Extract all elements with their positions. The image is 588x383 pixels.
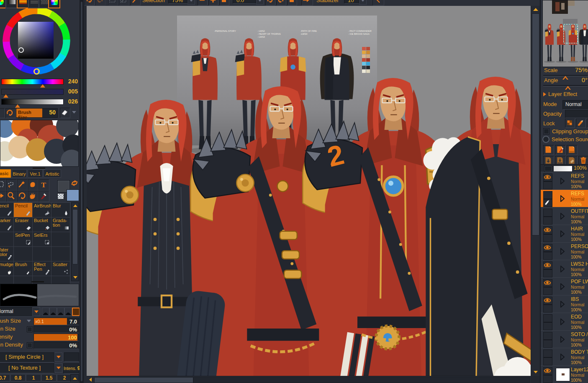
rotate-cw-button[interactable] — [276, 0, 286, 5]
brush-cell[interactable] — [51, 247, 70, 261]
size-preset-2[interactable]: 2 — [57, 374, 72, 381]
gray-gradient-button[interactable] — [5, 0, 18, 8]
layer-visibility-toggle[interactable] — [543, 261, 552, 269]
layer-extra-toggle[interactable] — [543, 199, 552, 207]
layer-row-layer12[interactable]: Layer12Normal100% — [541, 365, 588, 383]
brush-cell-blur[interactable]: Blur — [51, 203, 70, 217]
brush-cell-selpen[interactable]: SelPen — [14, 232, 33, 247]
zoom-tool[interactable] — [6, 191, 17, 202]
folder-expand-icon[interactable] — [560, 354, 565, 360]
saturation-slider-marker[interactable] — [3, 94, 8, 98]
tip-shape-1[interactable] — [49, 308, 57, 316]
new-linework-layer-button[interactable] — [555, 145, 566, 155]
selection-source-row[interactable]: Selection Source — [542, 136, 588, 143]
folder-expand-icon[interactable] — [560, 283, 565, 290]
hue-slider[interactable] — [1, 79, 64, 85]
layer-row-lws2h[interactable]: LWS2 HNormal100% — [541, 260, 588, 279]
brush-blend-mode-select[interactable]: Normal — [0, 307, 34, 317]
saturation-slider[interactable] — [1, 89, 64, 95]
eyedropper-tool[interactable] — [39, 191, 49, 202]
brush-cell[interactable] — [0, 232, 14, 247]
text-tool[interactable]: T — [39, 179, 49, 191]
layer-visibility-toggle[interactable] — [543, 279, 552, 287]
folder-expand-icon[interactable] — [560, 248, 565, 255]
layer-row-poflw[interactable]: POF LWNormal100% — [541, 277, 588, 296]
layer-extra-toggle[interactable] — [543, 252, 552, 260]
tip-shape-2[interactable] — [57, 308, 64, 316]
layer-visibility-toggle[interactable] — [543, 314, 552, 322]
selection-source-radio[interactable] — [542, 136, 549, 143]
select-all-button[interactable] — [108, 0, 118, 5]
tip-shape-selected[interactable] — [72, 308, 80, 316]
brush-grid-scrollbar[interactable] — [71, 202, 79, 281]
layer-extra-toggle[interactable] — [543, 375, 552, 383]
brush-cell[interactable] — [33, 247, 51, 261]
layer-row-bodyt[interactable]: BODY TNormal100% — [541, 348, 588, 367]
hand-tool[interactable] — [28, 191, 39, 202]
layer-visibility-toggle[interactable] — [543, 367, 552, 375]
layer-extra-toggle[interactable] — [543, 269, 552, 277]
layer-visibility-toggle[interactable] — [543, 226, 552, 234]
redo-button[interactable] — [95, 0, 105, 5]
brush-cell-scatter[interactable]: Scatter — [51, 261, 70, 276]
selection-wand-button[interactable] — [131, 0, 141, 5]
layer-row-outfit[interactable]: OUTFITNormal100% — [541, 207, 588, 226]
layer-visibility-toggle[interactable] — [543, 209, 552, 217]
canvas-zoom-field-dropdown[interactable] — [187, 0, 195, 5]
brush-size-button[interactable]: Brush Size — [16, 109, 42, 117]
brush-cell-selers[interactable]: SelErs — [33, 232, 51, 247]
brush-shape-select[interactable]: [ Simple Circle ] — [0, 352, 54, 362]
param-dropdown-icon[interactable] — [27, 320, 31, 322]
move-tool[interactable] — [0, 191, 6, 202]
rect-select-tool[interactable] — [0, 179, 6, 191]
folder-expand-icon[interactable] — [560, 336, 565, 343]
history-icon[interactable] — [0, 108, 5, 118]
folder-expand-icon[interactable] — [560, 318, 565, 325]
zoom-in-button[interactable] — [208, 0, 218, 5]
rotate-ccw-button[interactable] — [265, 0, 275, 5]
rotate-reset-button[interactable] — [287, 0, 297, 5]
new-layer-button[interactable] — [543, 145, 554, 155]
lock-pixels-button[interactable] — [576, 119, 586, 128]
layer-extra-toggle[interactable] — [543, 287, 552, 295]
navigator-preview[interactable] — [542, 0, 588, 67]
layer-visibility-toggle[interactable] — [543, 244, 552, 252]
tab-basic[interactable]: Basic — [0, 169, 11, 178]
stabilizer-field-dropdown[interactable] — [359, 0, 367, 5]
rgb-wheel-button[interactable] — [48, 0, 60, 8]
layer-visibility-toggle[interactable] — [543, 297, 552, 305]
layer-extra-toggle[interactable] — [543, 217, 552, 225]
layer-row-refs[interactable]: REFSNormal100% — [541, 189, 588, 208]
preset-scrollbar[interactable] — [70, 374, 79, 382]
brush-blend-mode-dropdown-button[interactable] — [32, 307, 40, 316]
value-slider[interactable] — [1, 99, 64, 105]
brush-texture-dropdown-button[interactable] — [54, 363, 62, 373]
undo-button[interactable] — [85, 0, 95, 5]
brush-cell-brush[interactable]: Brush — [14, 261, 33, 276]
layer-row-soto[interactable]: SOTO /Normal100% — [541, 330, 588, 349]
layer-row-hair[interactable]: HAIRNormal100% — [541, 225, 588, 243]
brush-cell-gradation[interactable]: Grada-tion — [51, 217, 70, 232]
flip-horizontal-button[interactable] — [301, 0, 313, 5]
vscroll-thumb[interactable] — [532, 13, 539, 235]
canvas-angle-field[interactable]: 0.0 — [233, 0, 256, 4]
layer-row-ibs[interactable]: IBSNormal100% — [541, 295, 588, 314]
panel-divider[interactable] — [80, 0, 84, 383]
folder-expand-icon[interactable] — [560, 301, 565, 308]
layer-visibility-toggle[interactable] — [543, 173, 552, 181]
brush-cell-smudge[interactable]: Smudge — [0, 261, 14, 276]
param-slider-min-size[interactable]: 0% — [33, 326, 79, 333]
magic-wand-tool[interactable] — [17, 179, 28, 191]
tab-binary[interactable]: Binary — [12, 169, 27, 178]
layer-extra-toggle[interactable] — [543, 322, 552, 330]
brush-grid-resize-handle[interactable] — [31, 281, 44, 282]
line-tool-button[interactable] — [372, 0, 384, 5]
brush-shape-extra-field[interactable] — [64, 352, 79, 362]
color-mixer-pad[interactable] — [0, 120, 79, 167]
brush-cell-marker[interactable]: Marker — [0, 217, 14, 232]
param-checkbox[interactable] — [27, 342, 33, 348]
brush-shape-dropdown-button[interactable] — [54, 352, 62, 362]
brush-cell-effectpen[interactable]: EffectPen — [33, 261, 51, 276]
layer-effect-expander[interactable]: Layer Effect — [543, 91, 577, 97]
size-preset-0.8[interactable]: 0.8 — [10, 374, 26, 381]
